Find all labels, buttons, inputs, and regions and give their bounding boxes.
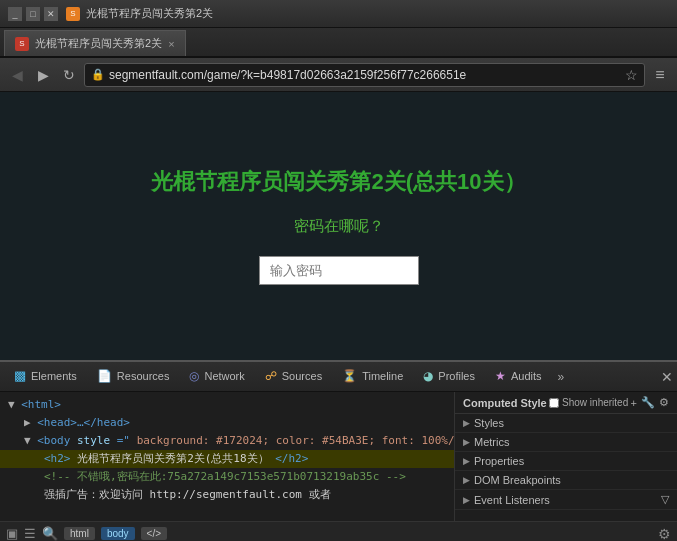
metrics-arrow: ▶ — [463, 437, 470, 447]
console-icon[interactable]: ☰ — [24, 526, 36, 541]
devtools-bottom-bar: ▣ ☰ 🔍 html body </> ⚙ — [0, 521, 677, 541]
security-icon: 🔒 — [91, 68, 105, 81]
tab-network[interactable]: ◎ Network — [179, 363, 254, 391]
browser-menu-button[interactable]: ≡ — [649, 64, 671, 86]
comment-text: <!-- 不错哦,密码在此:75a272a149c7153e571b071321… — [44, 470, 406, 483]
html-arrow[interactable]: ▼ — [8, 398, 15, 411]
h2-tag: <h2> — [44, 452, 71, 465]
panel-controls: + 🔧 ⚙ — [631, 396, 669, 409]
dom-breakpoints-arrow: ▶ — [463, 475, 470, 485]
add-style-button[interactable]: + — [631, 396, 637, 409]
tab-title: 光棍节程序员闯关秀第2关 — [35, 36, 162, 51]
body-eq: =" — [117, 434, 130, 447]
show-inherited-checkbox[interactable] — [549, 398, 559, 408]
search-icon[interactable]: 🔍 — [42, 526, 58, 541]
close-button[interactable]: ✕ — [44, 7, 58, 21]
body-style-value: background: #172024; color: #54BA3E; fon… — [137, 434, 455, 447]
bookmark-star-icon[interactable]: ☆ — [625, 67, 638, 83]
forward-button[interactable]: ▶ — [32, 64, 54, 86]
body-open-tag: <body — [37, 434, 77, 447]
devtools-close-button[interactable]: ✕ — [661, 369, 673, 385]
page-title: 光棍节程序员闯关秀第2关(总共10关） — [151, 167, 525, 197]
body-style-attr: style — [77, 434, 110, 447]
tab-resources[interactable]: 📄 Resources — [87, 363, 180, 391]
html-tag: <html> — [21, 398, 61, 411]
devtools-tab-bar: ▩ Elements 📄 Resources ◎ Network ☍ Sourc… — [0, 362, 677, 392]
minimize-button[interactable]: _ — [8, 7, 22, 21]
styles-section[interactable]: ▶ Styles — [455, 414, 677, 433]
audits-icon: ★ — [495, 369, 506, 383]
profiles-icon: ◕ — [423, 369, 433, 383]
dom-line-h2[interactable]: <h2> 光棍节程序员闯关秀第2关(总共18关） </h2> — [0, 450, 454, 468]
back-button[interactable]: ◀ — [6, 64, 28, 86]
show-inherited-text: Show inherited — [562, 397, 628, 408]
filter-icon[interactable]: ▽ — [661, 493, 669, 506]
elements-tab-label: Elements — [31, 370, 77, 382]
dom-line-html: ▼ <html> — [0, 396, 454, 414]
dom-line-head: ▶ <head>…</head> — [0, 414, 454, 432]
tab-close-button[interactable]: × — [168, 38, 174, 50]
tab-timeline[interactable]: ⏳ Timeline — [332, 363, 413, 391]
sources-tab-label: Sources — [282, 370, 322, 382]
toggle-format-button[interactable]: 🔧 — [641, 396, 655, 409]
resources-icon: 📄 — [97, 369, 112, 383]
audits-tab-label: Audits — [511, 370, 542, 382]
devtools-settings-icon[interactable]: ⚙ — [658, 526, 671, 542]
tab-favicon: S — [66, 7, 80, 21]
page-content: 光棍节程序员闯关秀第2关(总共10关） 密码在哪呢？ — [0, 92, 677, 360]
h2-close-tag: </h2> — [275, 452, 308, 465]
refresh-button[interactable]: ↻ — [58, 64, 80, 86]
devtools-panel: ▩ Elements 📄 Resources ◎ Network ☍ Sourc… — [0, 360, 677, 541]
styles-right-panel: Computed Style Show inherited + 🔧 ⚙ ▶ St… — [455, 392, 677, 521]
h2-text: 光棍节程序员闯关秀第2关(总共18关） — [77, 452, 269, 465]
tab-bar: S 光棍节程序员闯关秀第2关 × — [0, 28, 677, 58]
profiles-tab-label: Profiles — [438, 370, 475, 382]
dom-inspector-panel: ▼ <html> ▶ <head>…</head> ▼ <body style … — [0, 392, 455, 521]
devtools-body: ▼ <html> ▶ <head>…</head> ▼ <body style … — [0, 392, 677, 521]
network-icon: ◎ — [189, 369, 199, 383]
body-breadcrumb[interactable]: body — [101, 527, 135, 540]
metrics-section[interactable]: ▶ Metrics — [455, 433, 677, 452]
network-tab-label: Network — [204, 370, 244, 382]
body-arrow[interactable]: ▼ — [24, 434, 31, 447]
tab-sources[interactable]: ☍ Sources — [255, 363, 332, 391]
active-tab[interactable]: S 光棍节程序员闯关秀第2关 × — [4, 30, 186, 56]
page-subtitle: 密码在哪呢？ — [294, 217, 384, 236]
dom-breakpoints-section[interactable]: ▶ DOM Breakpoints — [455, 471, 677, 490]
dom-line-ad: 强插广告：欢迎访问 http://segmentfault.com 或者 — [0, 486, 454, 504]
timeline-tab-label: Timeline — [362, 370, 403, 382]
inspect-element-icon[interactable]: ▣ — [6, 526, 18, 541]
dom-line-body: ▼ <body style =" background: #172024; co… — [0, 432, 454, 450]
settings-button[interactable]: ⚙ — [659, 396, 669, 409]
head-tag: <head>…</head> — [37, 416, 130, 429]
properties-arrow: ▶ — [463, 456, 470, 466]
event-listeners-section-label: Event Listeners — [474, 494, 550, 506]
properties-section[interactable]: ▶ Properties — [455, 452, 677, 471]
nav-bar: ◀ ▶ ↻ 🔒 segmentfault.com/game/?k=b49817d… — [0, 58, 677, 92]
tab-audits[interactable]: ★ Audits — [485, 363, 552, 391]
styles-arrow: ▶ — [463, 418, 470, 428]
window-title: 光棍节程序员闯关秀第2关 — [86, 6, 213, 21]
right-panel-header: Computed Style Show inherited + 🔧 ⚙ — [455, 392, 677, 414]
password-input[interactable] — [259, 256, 419, 285]
elements-icon: ▩ — [14, 368, 26, 383]
event-listeners-section[interactable]: ▶ Event Listeners ▽ — [455, 490, 677, 510]
metrics-section-label: Metrics — [474, 436, 509, 448]
properties-section-label: Properties — [474, 455, 524, 467]
head-arrow[interactable]: ▶ — [24, 416, 31, 429]
ad-text: 强插广告：欢迎访问 http://segmentfault.com 或者 — [44, 488, 331, 501]
tab-elements[interactable]: ▩ Elements — [4, 363, 87, 391]
tab-favicon-icon: S — [15, 37, 29, 51]
tag-breadcrumb[interactable]: </> — [141, 527, 167, 540]
show-inherited-label[interactable]: Show inherited — [549, 397, 628, 408]
tab-profiles[interactable]: ◕ Profiles — [413, 363, 485, 391]
resources-tab-label: Resources — [117, 370, 170, 382]
dom-line-comment: <!-- 不错哦,密码在此:75a272a149c7153e571b071321… — [0, 468, 454, 486]
address-bar[interactable]: 🔒 segmentfault.com/game/?k=b49817d02663a… — [84, 63, 645, 87]
timeline-icon: ⏳ — [342, 369, 357, 383]
more-tabs-button[interactable]: » — [552, 370, 571, 384]
maximize-button[interactable]: □ — [26, 7, 40, 21]
event-listeners-arrow: ▶ — [463, 495, 470, 505]
html-breadcrumb[interactable]: html — [64, 527, 95, 540]
styles-section-label: Styles — [474, 417, 504, 429]
